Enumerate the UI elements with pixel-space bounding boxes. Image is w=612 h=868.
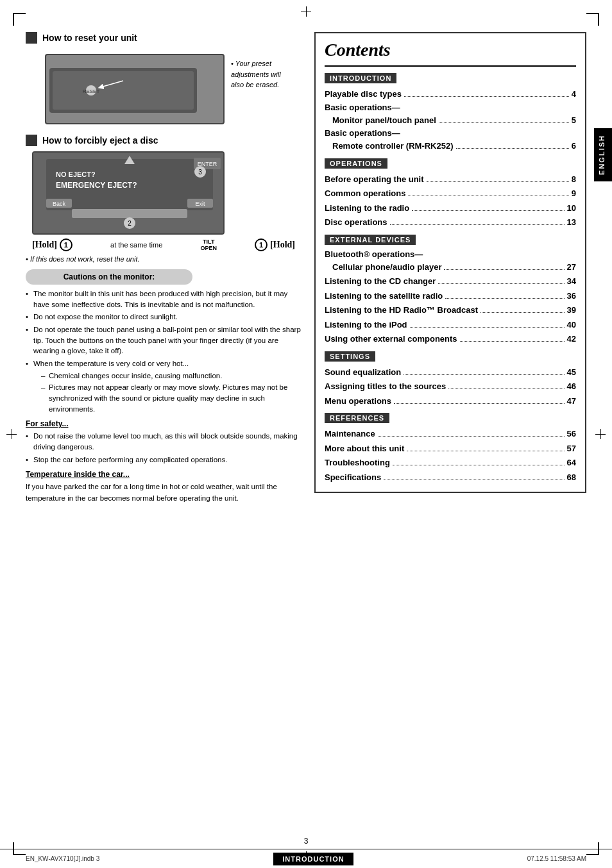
- hold-labels-row: [Hold] 1 at the same time TILT OPEN 1 [H…: [32, 238, 295, 251]
- caution-bullet-4: When the temperature is very cold or ver…: [26, 358, 302, 414]
- caution-sub-bullets: Chemical changes occur inside, causing m…: [33, 371, 302, 415]
- page-number: 3: [304, 837, 309, 846]
- toc-item-before-operating: Before operating the unit 8: [325, 173, 576, 186]
- toc-item-remote-controller: Remote controller (RM-RK252) 6: [332, 140, 576, 153]
- caution-sub-bullet-1: Chemical changes occur inside, causing m…: [41, 371, 302, 381]
- svg-text:NO EJECT?: NO EJECT?: [56, 171, 96, 178]
- if-note: • If this does not work, reset the unit.: [26, 255, 302, 263]
- hold-circle-right: 1: [255, 238, 268, 251]
- toc-item-listening-radio: Listening to the radio 10: [325, 202, 576, 215]
- toc-item-ipod: Listening to the iPod 40: [325, 319, 576, 331]
- reg-mark-right: [595, 429, 606, 439]
- svg-rect-1: [53, 71, 194, 110]
- for-safety-heading: For safety...: [26, 419, 302, 428]
- svg-rect-18: [72, 209, 187, 218]
- toc-item-disc-operations: Disc operations 13: [325, 216, 576, 229]
- svg-text:Back: Back: [53, 201, 66, 207]
- right-column: Contents INTRODUCTION Playable disc type…: [314, 32, 586, 836]
- caution-bullet-2: Do not expose the monitor to direct sunl…: [26, 312, 302, 322]
- toc-item-satellite-radio: Listening to the satellite radio 36: [325, 290, 576, 303]
- contents-divider: [325, 65, 576, 67]
- toc-item-more-about: More about this unit 57: [325, 442, 576, 455]
- toc-item-sound-equalization: Sound equalization 45: [325, 366, 576, 379]
- for-safety-bullets: Do not raise the volume level too much, …: [26, 431, 302, 465]
- eject-diagram: ENTER 3 NO EJECT? EMERGENCY EJECT? Back …: [32, 151, 225, 235]
- how-eject-title: How to forcibly eject a disc: [42, 135, 158, 146]
- toc-item-monitor-panel: Monitor panel/touch panel 5: [332, 114, 576, 127]
- how-reset-title: How to reset your unit: [42, 33, 137, 43]
- toc-basic-ops-remote-group: Basic operations— Remote controller (RM-…: [325, 128, 576, 153]
- reset-diagram: RESET: [45, 54, 225, 124]
- toc-item-specifications: Specifications 68: [325, 471, 576, 484]
- toc-item-playable-disc: Playable disc types 4: [325, 88, 576, 101]
- corner-mark-tr: [586, 13, 599, 26]
- toc-item-troubleshooting: Troubleshooting 64: [325, 456, 576, 469]
- section-icon-reset: [26, 32, 37, 44]
- svg-text:3: 3: [198, 169, 202, 176]
- caution-sub-bullet-2: Pictures may not appear clearly or may m…: [41, 382, 302, 414]
- toc-item-menu-operations: Menu operations 47: [325, 395, 576, 408]
- reg-mark-top: [301, 6, 311, 17]
- section-label-introduction: INTRODUCTION: [325, 73, 396, 83]
- hold-circle-left: 1: [60, 238, 72, 251]
- contents-title: Contents: [325, 40, 576, 60]
- left-column: How to reset your unit RESET: [26, 32, 302, 836]
- how-eject-heading: How to forcibly eject a disc: [26, 135, 302, 146]
- section-label-references: REFERENCES: [325, 413, 389, 423]
- toc-item-cellular-phone: Cellular phone/audio player 27: [332, 261, 576, 274]
- caution-bullet-1: The monitor built in this unit has been …: [26, 288, 302, 310]
- toc-item-common-operations: Common operations 9: [325, 187, 576, 200]
- for-safety-bullet-1: Do not raise the volume level too much, …: [26, 431, 302, 452]
- for-safety-bullet-2: Stop the car before performing any compl…: [26, 455, 302, 465]
- at-same-time: at the same time: [110, 241, 162, 249]
- footer-file: EN_KW-AVX710[J].indb 3: [26, 855, 99, 862]
- how-reset-heading: How to reset your unit: [26, 32, 302, 44]
- section-label-external-devices: EXTERNAL DEVICES: [325, 235, 416, 245]
- toc-basic-ops-monitor-group: Basic operations— Monitor panel/touch pa…: [325, 103, 576, 127]
- reg-mark-left: [6, 429, 17, 439]
- section-icon-eject: [26, 135, 37, 146]
- footer-date: 07.12.5 11:58:53 AM: [527, 855, 586, 862]
- corner-mark-tl: [13, 13, 26, 26]
- toc-item-assigning-titles: Assigning titles to the sources 46: [325, 380, 576, 393]
- toc-bluetooth-group: Bluetooth® operations— Cellular phone/au…: [325, 249, 576, 274]
- temperature-heading: Temperature inside the car...: [26, 470, 302, 479]
- footer-bar: EN_KW-AVX710[J].indb 3 INTRODUCTION 07.1…: [0, 849, 612, 868]
- svg-text:RESET: RESET: [83, 88, 100, 94]
- preset-note: • Your preset adjustments will also be e…: [231, 58, 281, 90]
- toc-item-maintenance: Maintenance 56: [325, 428, 576, 440]
- caution-bullet-3: Do not operate the touch panel using a b…: [26, 324, 302, 356]
- toc-item-hd-radio: Listening to the HD Radio™ Broadcast 39: [325, 304, 576, 317]
- toc-item-cd-changer: Listening to the CD changer 34: [325, 275, 576, 288]
- caution-bullets: The monitor built in this unit has been …: [26, 288, 302, 414]
- svg-text:2: 2: [128, 220, 132, 227]
- contents-panel: Contents INTRODUCTION Playable disc type…: [314, 32, 586, 493]
- hold-label-left: [Hold] 1: [32, 238, 72, 251]
- hold-label-right: 1 [Hold]: [255, 238, 295, 251]
- toc-item-external-components: Using other external components 42: [325, 333, 576, 346]
- svg-text:Exit: Exit: [195, 201, 205, 207]
- svg-text:EMERGENCY EJECT?: EMERGENCY EJECT?: [56, 181, 137, 190]
- english-tab: ENGLISH: [594, 128, 612, 181]
- tilt-open-label: TILT OPEN: [200, 238, 217, 251]
- section-label-settings: SETTINGS: [325, 351, 375, 362]
- caution-box: Cautions on the monitor:: [26, 269, 192, 285]
- footer-intro-tab: INTRODUCTION: [273, 853, 353, 865]
- temperature-text: If you have parked the car for a long ti…: [26, 481, 302, 504]
- section-label-operations: OPERATIONS: [325, 158, 387, 169]
